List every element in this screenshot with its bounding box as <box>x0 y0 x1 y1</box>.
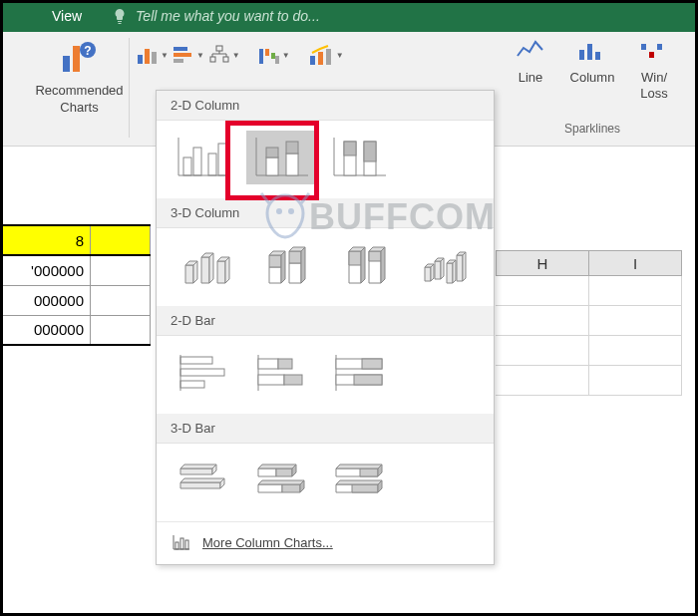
worksheet[interactable]: 8 '000000 000000 000000 <box>0 224 151 346</box>
stacked-3d-bar-option[interactable] <box>246 454 318 507</box>
svg-rect-35 <box>218 144 226 175</box>
svg-rect-61 <box>354 375 382 385</box>
svg-rect-39 <box>266 148 278 157</box>
worksheet-grid[interactable] <box>497 276 682 396</box>
svg-rect-22 <box>318 52 323 65</box>
svg-rect-20 <box>275 56 279 64</box>
clustered-3d-bar-icon <box>176 459 232 502</box>
dropdown-arrow-icon: ▼ <box>232 51 240 60</box>
stacked-100-3d-bar-option[interactable] <box>324 454 396 507</box>
section-2d-column: 2-D Column <box>157 91 494 121</box>
cell[interactable] <box>496 306 589 336</box>
stacked-column-icon <box>254 136 310 179</box>
svg-rect-53 <box>258 359 278 369</box>
cell[interactable] <box>91 225 151 255</box>
svg-rect-45 <box>344 142 356 155</box>
stacked-100-bar-option[interactable] <box>324 346 396 400</box>
svg-rect-55 <box>258 375 284 385</box>
svg-rect-66 <box>185 540 188 549</box>
cell[interactable] <box>91 285 151 315</box>
clustered-3d-column-option[interactable] <box>169 238 242 292</box>
clustered-column-icon <box>176 136 232 179</box>
bar-chart-icon <box>173 45 194 65</box>
more-column-charts-label: More Column Charts... <box>202 535 333 550</box>
cell[interactable] <box>496 336 589 366</box>
column-chart-icon <box>173 534 190 550</box>
3d-column-option[interactable] <box>408 238 482 292</box>
svg-rect-29 <box>657 44 662 50</box>
cell[interactable] <box>91 255 151 285</box>
svg-rect-65 <box>180 538 183 549</box>
svg-rect-6 <box>152 52 157 64</box>
cell[interactable] <box>91 315 151 345</box>
column-chart-button[interactable]: ▼ <box>136 42 170 68</box>
cell[interactable] <box>588 276 682 306</box>
svg-rect-64 <box>175 542 178 549</box>
cell[interactable]: 000000 <box>1 285 91 315</box>
svg-rect-7 <box>174 47 187 51</box>
hierarchy-chart-button[interactable]: ▼ <box>207 42 241 68</box>
combo-chart-button[interactable]: ▼ <box>307 42 345 68</box>
clustered-bar-option[interactable] <box>169 346 240 400</box>
cell[interactable]: '000000 <box>1 255 91 285</box>
sparkline-column-button[interactable]: Column <box>566 38 618 101</box>
svg-rect-38 <box>266 157 278 175</box>
column-header-i[interactable]: I <box>588 250 682 276</box>
cell[interactable] <box>588 366 682 396</box>
stacked-3d-column-option[interactable] <box>248 238 322 292</box>
svg-rect-59 <box>362 359 382 369</box>
waterfall-chart-button[interactable]: ▼ <box>257 42 291 68</box>
cell[interactable] <box>588 306 682 336</box>
svg-rect-24 <box>579 50 584 60</box>
stacked-100-column-icon <box>332 136 388 179</box>
clustered-column-option[interactable] <box>169 131 240 184</box>
svg-rect-56 <box>284 375 302 385</box>
section-3d-bar: 3-D Bar <box>157 414 494 444</box>
section-3d-column: 3-D Column <box>157 198 494 228</box>
svg-rect-50 <box>180 369 224 376</box>
title-bar: View Tell me what you want to do... <box>0 0 698 32</box>
dropdown-arrow-icon: ▼ <box>161 51 169 60</box>
svg-rect-47 <box>364 142 376 161</box>
sparkline-column-icon <box>577 38 607 64</box>
stacked-bar-option[interactable] <box>246 346 318 400</box>
group-sparklines: Line Column Win/ Loss Sparklines <box>493 38 692 138</box>
clustered-3d-column-icon <box>179 243 231 287</box>
dropdown-arrow-icon: ▼ <box>336 51 344 60</box>
tell-me-search[interactable]: Tell me what you want to do... <box>112 8 320 24</box>
svg-rect-4 <box>138 55 143 64</box>
cell[interactable]: 000000 <box>1 315 91 345</box>
stacked-column-option[interactable] <box>246 131 318 184</box>
sparkline-line-label: Line <box>519 70 543 86</box>
stacked-100-3d-column-option[interactable] <box>328 238 402 292</box>
tell-me-placeholder: Tell me what you want to do... <box>136 8 320 24</box>
stacked-100-column-option[interactable] <box>324 131 396 184</box>
sparkline-line-button[interactable]: Line <box>505 38 556 101</box>
more-column-charts-link[interactable]: More Column Charts... <box>157 521 494 564</box>
cell[interactable] <box>496 366 589 396</box>
stacked-3d-column-icon <box>259 243 311 287</box>
svg-rect-21 <box>310 56 315 65</box>
sparkline-winloss-label: Win/ Loss <box>640 70 667 101</box>
svg-rect-8 <box>174 53 191 57</box>
clustered-3d-bar-option[interactable] <box>169 454 240 507</box>
tab-view[interactable]: View <box>40 2 94 30</box>
recommended-charts-button[interactable]: ? Recommended Charts <box>35 38 123 117</box>
svg-rect-19 <box>271 53 275 59</box>
svg-rect-5 <box>145 49 150 64</box>
sparkline-winloss-button[interactable]: Win/ Loss <box>628 38 680 101</box>
cell[interactable] <box>588 336 682 366</box>
hierarchy-chart-icon <box>208 45 230 65</box>
stacked-3d-bar-icon <box>254 459 310 502</box>
waterfall-chart-icon <box>258 45 280 65</box>
dropdown-arrow-icon: ▼ <box>282 51 290 60</box>
svg-rect-40 <box>286 154 298 175</box>
bar-chart-button[interactable]: ▼ <box>172 42 205 68</box>
svg-rect-49 <box>180 357 212 364</box>
section-2d-bar: 2-D Bar <box>157 306 494 336</box>
column-chart-icon <box>137 45 159 65</box>
column-header-h[interactable]: H <box>496 250 589 276</box>
cell[interactable] <box>496 276 589 306</box>
stacked-100-bar-icon <box>332 351 388 395</box>
cell[interactable]: 8 <box>1 225 91 255</box>
